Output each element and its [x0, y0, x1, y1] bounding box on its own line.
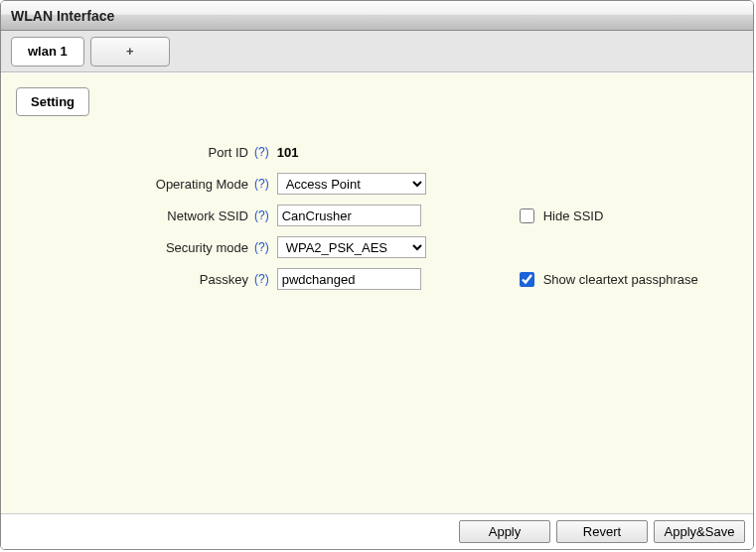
row-network-ssid: Network SSID (?) Hide SSID	[26, 200, 738, 231]
row-port-id: Port ID (?) 101	[26, 136, 738, 168]
hide-ssid-group: Hide SSID	[516, 206, 604, 226]
checkbox-hide-ssid[interactable]	[520, 208, 534, 223]
help-network-ssid-icon[interactable]: (?)	[254, 208, 277, 222]
tab-wlan1[interactable]: wlan 1	[11, 37, 84, 67]
show-cleartext-group: Show cleartext passphrase	[516, 269, 698, 290]
help-security-mode-icon[interactable]: (?)	[254, 240, 277, 254]
label-port-id: Port ID	[26, 145, 254, 160]
help-port-id-icon[interactable]: (?)	[254, 145, 277, 159]
help-operating-mode-icon[interactable]: (?)	[254, 177, 277, 191]
checkbox-show-cleartext[interactable]	[520, 272, 534, 287]
value-port-id: 101	[277, 145, 436, 160]
label-hide-ssid: Hide SSID	[543, 208, 604, 223]
panel-title: WLAN Interface	[11, 8, 114, 24]
label-passkey: Passkey	[26, 272, 254, 287]
add-wlan-button[interactable]: +	[90, 37, 170, 67]
footer-bar: Apply Revert Apply&Save	[1, 513, 753, 549]
select-operating-mode[interactable]: Access Point	[277, 173, 426, 195]
row-passkey: Passkey (?) Show cleartext passphrase	[26, 263, 738, 295]
label-show-cleartext: Show cleartext passphrase	[543, 272, 698, 287]
row-security-mode: Security mode (?) WPA2_PSK_AES	[26, 231, 738, 263]
label-security-mode: Security mode	[26, 240, 254, 255]
label-operating-mode: Operating Mode	[26, 177, 254, 192]
help-passkey-icon[interactable]: (?)	[254, 272, 277, 286]
apply-save-button[interactable]: Apply&Save	[654, 520, 745, 543]
wlan-interface-panel: WLAN Interface wlan 1 + Setting Port ID …	[0, 0, 754, 550]
label-network-ssid: Network SSID	[26, 208, 254, 223]
tab-setting[interactable]: Setting	[16, 87, 89, 116]
select-security-mode[interactable]: WPA2_PSK_AES	[277, 236, 426, 258]
apply-button[interactable]: Apply	[459, 520, 550, 543]
revert-button[interactable]: Revert	[556, 520, 648, 543]
settings-form: Port ID (?) 101 Operating Mode (?) Acces…	[26, 136, 738, 295]
wlan-tabstrip: wlan 1 +	[1, 31, 753, 72]
panel-header: WLAN Interface	[1, 1, 753, 31]
row-operating-mode: Operating Mode (?) Access Point	[26, 168, 738, 200]
input-network-ssid[interactable]	[277, 205, 421, 226]
input-passkey[interactable]	[277, 268, 421, 290]
content-area: Setting Port ID (?) 101 Operating Mode (…	[2, 73, 752, 513]
subtab-row: Setting	[16, 87, 738, 116]
